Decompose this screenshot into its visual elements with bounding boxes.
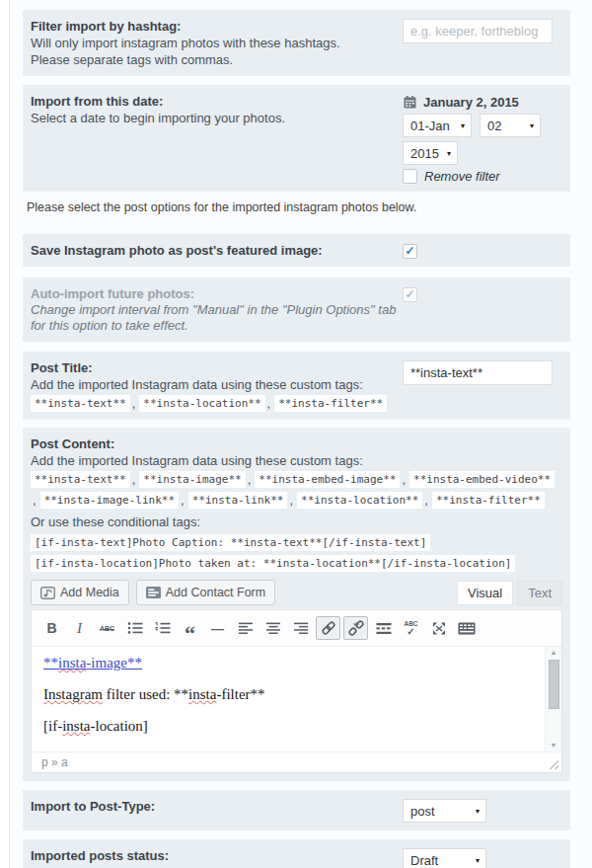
section-post-title: Post Title: Add the imported Instagram d… — [23, 352, 570, 420]
auto-import-note-line2: for this option to take effect. — [31, 318, 403, 334]
conditional-tags-label: Or use these conditional tags: — [31, 513, 562, 530]
month-select-value: 01-Jan — [410, 118, 450, 133]
post-type-label: Import to Post-Type: — [31, 798, 403, 815]
tab-text[interactable]: Text — [517, 581, 562, 605]
section-hashtag-filter: Filter import by hashtag: Will only impo… — [23, 10, 570, 76]
editor-paragraph: [if-insta-location] — [43, 717, 533, 736]
align-center-icon[interactable] — [260, 616, 285, 640]
remove-filter-checkbox[interactable] — [403, 169, 417, 184]
post-title-input[interactable] — [403, 360, 553, 385]
section-post-content: Post Content: Add the imported Instagram… — [23, 428, 570, 781]
bold-icon[interactable]: B — [39, 616, 64, 640]
editor-toolbar: B I ABC “ — [32, 610, 561, 647]
custom-tag: **insta-filter** — [432, 492, 545, 509]
custom-tag: **insta-location** — [297, 492, 422, 509]
scroll-down-icon[interactable]: ▼ — [551, 740, 557, 751]
hashtag-input[interactable] — [403, 19, 553, 43]
link-icon[interactable] — [316, 616, 340, 640]
post-status-label: Imported posts status: — [31, 847, 403, 864]
section-auto-import: Auto-import future photos: Change import… — [23, 277, 570, 342]
chevron-down-icon: ▾ — [447, 149, 451, 158]
unlink-icon[interactable] — [343, 616, 368, 640]
insta-image-link[interactable]: **insta-image** — [43, 655, 142, 671]
chevron-down-icon: ▾ — [461, 121, 465, 130]
post-content-custom-tags: **insta-text**, **insta-image**, **insta… — [31, 471, 562, 509]
post-status-value: Draft — [410, 853, 438, 868]
custom-tag: **insta-text** — [31, 471, 130, 488]
italic-icon[interactable]: I — [67, 616, 92, 640]
day-select-value: 02 — [487, 118, 501, 133]
conditional-tag: [if-insta-location]Photo taken at: **ins… — [31, 555, 515, 572]
editor-document[interactable]: **insta-image** Instagram filter used: *… — [32, 647, 545, 751]
visual-editor: B I ABC “ — [31, 609, 562, 773]
month-select[interactable]: 01-Jan ▾ — [403, 114, 472, 137]
custom-tag: **insta-text** — [31, 395, 130, 412]
add-contact-form-button[interactable]: Add Contact Form — [136, 580, 275, 605]
plugin-settings-form: Filter import by hashtag: Will only impo… — [23, 0, 570, 868]
post-type-select[interactable]: post ▾ — [403, 799, 486, 823]
custom-tag: **insta-location** — [139, 395, 264, 412]
custom-tag: **insta-embed-video** — [409, 471, 555, 488]
hashtag-desc-line2: Please separate tags with commas. — [31, 51, 403, 68]
auto-import-checkbox: ✓ — [403, 287, 417, 302]
hashtag-title: Filter import by hashtag: — [31, 18, 403, 35]
selected-date-display: January 2, 2015 — [423, 95, 519, 110]
post-title-desc: Add the imported Instagram data using th… — [31, 376, 403, 393]
calendar-icon — [403, 95, 417, 110]
date-title: Import from this date: — [31, 93, 403, 110]
horizontal-rule-icon[interactable]: — — [205, 616, 230, 640]
kitchen-sink-icon[interactable] — [454, 616, 479, 640]
blockquote-icon[interactable]: “ — [178, 616, 202, 640]
element-path: p » a — [41, 755, 68, 769]
bullet-list-icon[interactable] — [122, 616, 147, 640]
editor-content-area[interactable]: **insta-image** Instagram filter used: *… — [32, 647, 561, 751]
auto-import-title: Auto-import future photos: — [31, 285, 403, 302]
media-icon — [40, 587, 55, 599]
add-media-label: Add Media — [60, 586, 119, 599]
editor-paragraph: Instagram filter used: **insta-filter** — [43, 685, 533, 704]
tab-visual[interactable]: Visual — [457, 581, 513, 605]
post-status-select[interactable]: Draft ▾ — [403, 848, 486, 868]
featured-image-title: Save Instagram photo as post's featured … — [31, 242, 403, 259]
auto-import-note-line1: Change import interval from "Manual" in … — [31, 302, 403, 318]
custom-tag: **insta-link** — [188, 492, 288, 509]
year-select[interactable]: 2015 ▾ — [403, 141, 458, 165]
hashtag-desc-line1: Will only import instagram photos with t… — [31, 35, 403, 51]
remove-filter-label: Remove filter — [424, 169, 500, 184]
section-import-date: Import from this date: Select a date to … — [23, 85, 570, 192]
spellcheck-icon[interactable]: ABC ✓ — [399, 616, 423, 640]
editor-scrollbar[interactable]: ▲ ▼ — [545, 647, 561, 751]
custom-tag: **insta-filter** — [274, 395, 387, 412]
chevron-down-icon: ▾ — [476, 856, 480, 865]
post-options-intro: Please select the post options for the i… — [27, 199, 570, 215]
custom-tag: **insta-image** — [139, 471, 245, 488]
post-content-desc: Add the imported Instagram data using th… — [31, 452, 562, 469]
align-right-icon[interactable] — [288, 616, 313, 640]
date-desc: Select a date to begin importing your ph… — [31, 110, 403, 126]
day-select[interactable]: 02 ▾ — [480, 114, 541, 137]
strikethrough-icon[interactable]: ABC — [95, 616, 119, 640]
numbered-list-icon[interactable] — [150, 616, 175, 640]
align-left-icon[interactable] — [233, 616, 258, 640]
section-post-type: Import to Post-Type: post ▾ — [23, 790, 570, 830]
custom-tag: **insta-image-link** — [40, 492, 179, 509]
custom-tag: **insta-embed-image** — [255, 471, 400, 488]
fullscreen-icon[interactable] — [426, 616, 451, 640]
editor-statusbar: p » a — [32, 751, 561, 772]
year-select-value: 2015 — [410, 146, 439, 161]
scrollbar-thumb[interactable] — [549, 660, 559, 709]
add-media-button[interactable]: Add Media — [31, 580, 129, 605]
section-featured-image: Save Instagram photo as post's featured … — [23, 234, 570, 267]
post-type-value: post — [410, 804, 435, 819]
editor-resize-handle[interactable] — [547, 757, 558, 769]
add-contact-form-label: Add Contact Form — [166, 586, 265, 599]
scroll-up-icon[interactable]: ▲ — [551, 647, 557, 659]
chevron-down-icon: ▾ — [476, 807, 480, 816]
contact-form-icon — [146, 587, 161, 598]
chevron-down-icon: ▾ — [530, 121, 534, 130]
post-title-label: Post Title: — [31, 359, 403, 376]
more-tag-icon[interactable] — [371, 616, 396, 640]
conditional-tag: [if-insta-text]Photo Caption: **insta-te… — [31, 534, 430, 551]
featured-image-checkbox[interactable]: ✓ — [403, 244, 417, 259]
post-content-label: Post Content: — [31, 435, 562, 452]
